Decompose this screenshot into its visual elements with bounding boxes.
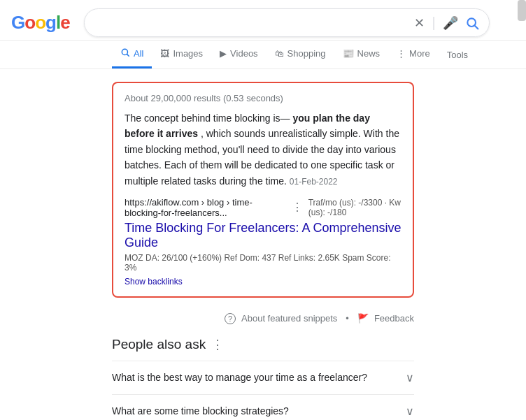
tab-more-label: More (409, 48, 430, 59)
paa-header: People also ask ⋮ (112, 337, 414, 352)
tab-tools[interactable]: Tools (439, 43, 476, 67)
tab-shopping[interactable]: 🛍 Shopping (266, 41, 334, 68)
header: Google time blocking for freelancers ✕ |… (0, 0, 526, 41)
show-backlinks-link[interactable]: Show backlinks (125, 277, 183, 287)
featured-snippet: About 29,00,000 results (0.53 seconds) T… (112, 82, 414, 298)
snippet-feedback-text[interactable]: Feedback (374, 313, 414, 324)
results-count: About 29,00,000 results (0.53 seconds) (125, 93, 401, 103)
tab-news[interactable]: 📰 News (334, 41, 389, 68)
google-logo: Google (11, 12, 70, 34)
videos-tab-icon: ▶ (220, 48, 227, 59)
paa-dots-icon[interactable]: ⋮ (211, 337, 224, 352)
svg-line-3 (127, 55, 129, 57)
tab-all-label: All (134, 48, 143, 59)
tab-videos-label: Videos (230, 48, 258, 59)
paa-question-0: What is the best way to manage your time… (112, 372, 367, 383)
snippet-meta-text: MOZ DA: 26/100 (+160%) Ref Dom: 437 Ref … (125, 253, 401, 273)
about-snippets-text[interactable]: About featured snippets (241, 313, 337, 324)
paa-title: People also ask (112, 337, 206, 352)
images-tab-icon: 🖼 (160, 48, 169, 59)
snippet-sep-icon: ⋮ (292, 201, 303, 214)
scrollbar[interactable] (518, 0, 526, 21)
tab-images[interactable]: 🖼 Images (152, 41, 211, 68)
snippet-footer: ? About featured snippets • 🚩 Feedback (112, 309, 414, 328)
tab-shopping-label: Shopping (287, 48, 326, 59)
snippet-url-line: https://akiflow.com › blog › time-blocki… (125, 197, 401, 218)
snippet-meta: MOZ DA: 26/100 (+160%) Ref Dom: 437 Ref … (125, 253, 401, 287)
paa-chevron-0-icon: ∨ (406, 371, 414, 384)
all-tab-icon (120, 48, 130, 59)
snippet-url: https://akiflow.com › blog › time-blocki… (125, 197, 286, 218)
paa-item-0[interactable]: What is the best way to manage your time… (112, 361, 414, 394)
snippet-link[interactable]: Time Blocking For Freelancers: A Compreh… (125, 221, 401, 250)
clear-search-icon[interactable]: ✕ (414, 15, 425, 31)
snippet-seo-info: Traf/mo (us): -/3300 · Kw (us): -/180 (308, 198, 401, 217)
tab-images-label: Images (173, 48, 203, 59)
about-snippets-icon: ? (225, 313, 236, 324)
nav-tabs: All 🖼 Images ▶ Videos 🛍 Shopping 📰 News … (0, 41, 526, 69)
shopping-tab-icon: 🛍 (275, 48, 284, 59)
paa-chevron-1-icon: ∨ (406, 405, 414, 418)
news-tab-icon: 📰 (343, 48, 354, 59)
search-button[interactable] (465, 16, 479, 30)
main-content: About 29,00,000 results (0.53 seconds) T… (0, 69, 526, 420)
svg-line-1 (474, 25, 478, 29)
search-input[interactable]: time blocking for freelancers (94, 17, 409, 29)
more-tab-icon: ⋮ (397, 48, 406, 59)
tab-more[interactable]: ⋮ More (388, 41, 439, 68)
snippet-date: 01-Feb-2022 (290, 177, 338, 187)
paa-question-1: What are some time blocking strategies? (112, 405, 289, 417)
paa-section: People also ask ⋮ What is the best way t… (112, 337, 414, 420)
tab-videos[interactable]: ▶ Videos (211, 41, 266, 68)
microphone-icon[interactable]: 🎤 (443, 15, 458, 31)
snippet-text: The concept behind time blocking is— you… (125, 110, 401, 189)
feedback-flag-icon: 🚩 (357, 313, 369, 324)
divider: | (432, 15, 435, 31)
tab-news-label: News (357, 48, 381, 59)
search-bar: time blocking for freelancers ✕ | 🎤 (84, 8, 490, 37)
snippet-text-before: The concept behind time blocking is— (125, 113, 292, 124)
tab-all[interactable]: All (112, 41, 152, 68)
paa-item-1[interactable]: What are some time blocking strategies? … (112, 394, 414, 420)
